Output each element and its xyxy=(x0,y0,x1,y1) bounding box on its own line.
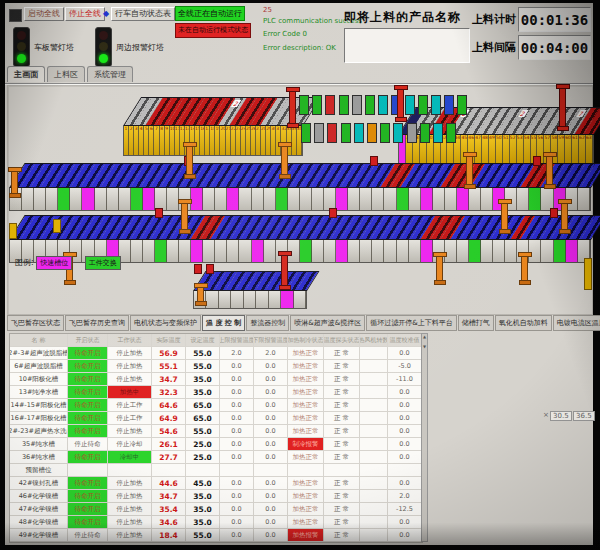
table-cell: 待命开启 xyxy=(68,490,108,503)
perimeter-alarm-light-label: 周边报警灯塔 xyxy=(116,42,164,53)
function-tab-1[interactable]: 飞巴暂存历史查询 xyxy=(65,315,129,331)
table-cell: 0.0 xyxy=(254,516,288,529)
table-cell: 6#超声波脱脂槽 xyxy=(10,360,68,373)
function-tab-6[interactable]: 循环过滤开停&上下料平台 xyxy=(366,315,456,331)
stop-line-button[interactable]: 停止全线 xyxy=(65,7,105,21)
tank-cell: 48 xyxy=(482,135,489,163)
tank-cell xyxy=(578,188,590,210)
tank-cell: 62 xyxy=(579,135,586,163)
float-value-2: 36.5 xyxy=(573,411,595,421)
equipment-icon xyxy=(312,95,322,115)
function-tab-8[interactable]: 氧化机自动加料 xyxy=(495,315,552,331)
tank-cell xyxy=(505,240,517,262)
alarm-tag-icon xyxy=(329,208,337,218)
tank-cell: 49 xyxy=(489,135,496,163)
table-cell: 0.0 xyxy=(388,425,422,438)
table-row: 2#-3#超声波脱脂槽待命开启停止加热56.955.02.02.0加热正常正 常… xyxy=(10,347,422,360)
next-product-input[interactable] xyxy=(344,28,470,63)
tank-cell xyxy=(348,188,360,210)
tank-cell xyxy=(300,188,312,210)
alarm-tag-icon xyxy=(194,264,202,274)
table-cell: 0.0 xyxy=(254,412,288,425)
table-cell: 25.0 xyxy=(186,438,220,451)
load-interval-value[interactable]: 00:04:00 xyxy=(518,35,591,60)
table-cell: 停止加热 xyxy=(108,425,152,438)
hmi-screen: 启动全线 停止全线 ◆ 行车自动状态表 全线正在自动运行 未在自动运行模式状态 … xyxy=(5,3,593,545)
table-cell: 正 常 xyxy=(324,386,360,399)
table-cell: 加热正常 xyxy=(288,386,324,399)
tank-cell xyxy=(119,188,131,210)
equipment-icon xyxy=(341,123,351,143)
gantry-crane-icon xyxy=(561,201,568,233)
table-cell: 35#纯水槽 xyxy=(10,438,68,451)
tank-cell xyxy=(324,240,336,262)
crane-auto-status-button[interactable]: 行车自动状态表 xyxy=(111,7,175,21)
table-cell: 0.0 xyxy=(388,399,422,412)
tank-cell: 53 xyxy=(517,135,524,163)
table-cell: 加热报警 xyxy=(288,529,324,542)
table-scrollbar[interactable]: ▲▼ xyxy=(421,333,428,542)
table-cell: 49#化学镍槽 xyxy=(10,529,68,542)
table-cell: 待命开启 xyxy=(68,503,108,516)
tank-cell: 52 xyxy=(510,135,517,163)
tank-cell xyxy=(457,240,469,262)
start-line-button[interactable]: 启动全线 xyxy=(24,7,64,21)
function-tab-3[interactable]: 温 度 控 制 xyxy=(202,315,245,331)
tank-cell xyxy=(529,240,541,262)
table-cell: 36#纯水槽 xyxy=(10,451,68,464)
table-row: 13#纯净水槽待命开启加热中32.335.00.00.0加热正常正 常0.0 xyxy=(10,386,422,399)
tank-cell: 47 xyxy=(475,135,482,163)
nav-tab-0[interactable]: 主画面 xyxy=(7,66,45,82)
tank-cell: 59 xyxy=(558,135,565,163)
tank-cell xyxy=(372,240,384,262)
legend-workpiece-exchange: 工件交换 xyxy=(85,256,121,270)
table-cell: 34.6 xyxy=(152,516,186,529)
tank-cell xyxy=(143,240,155,262)
table-cell xyxy=(360,399,388,412)
buffer-conveyor xyxy=(193,271,307,309)
function-tab-9[interactable]: 电镀电流区温度查询 xyxy=(553,315,600,331)
tank-cell: 60 xyxy=(565,135,572,163)
load-timer-value[interactable]: 00:01:36 xyxy=(518,7,591,32)
table-cell: 18.4 xyxy=(152,529,186,542)
gantry-crane-icon xyxy=(186,144,193,178)
nav-tab-2[interactable]: 系统管理 xyxy=(87,66,133,82)
function-tab-7[interactable]: 储槽打气 xyxy=(458,315,494,331)
function-tabs: 飞巴暂存区状态飞巴暂存历史查询电机状态与变频保护温 度 控 制整流器控制喷淋&超… xyxy=(7,315,600,331)
table-header-cell: 实际温度 xyxy=(152,334,186,347)
equipment-icon xyxy=(405,95,415,115)
table-cell: 2#-3#超声波脱脂槽 xyxy=(10,347,68,360)
tank-cell xyxy=(34,188,46,210)
equipment-icon xyxy=(299,95,309,115)
table-header-cell: 下限报警温度 xyxy=(254,334,288,347)
indicator-diamond-icon: ◆ xyxy=(103,9,109,18)
table-cell: 0.0 xyxy=(220,451,254,464)
production-line-diagram: 2123456789101112131415161718192021222324… xyxy=(7,85,593,315)
tank-cell xyxy=(179,240,191,262)
table-cell: 停止工作 xyxy=(108,399,152,412)
float-value-1: 30.5 xyxy=(550,411,572,421)
gantry-crane-icon xyxy=(197,285,204,305)
table-cell: 35.0 xyxy=(186,386,220,399)
tank-cell: 50 xyxy=(496,135,503,163)
tank-cell xyxy=(167,240,179,262)
tank-cell xyxy=(227,188,239,210)
table-header-cell: 加热制冷状态 xyxy=(288,334,324,347)
table-cell: 待命开启 xyxy=(68,412,108,425)
function-tab-5[interactable]: 喷淋&超声波&搅拌区 xyxy=(290,315,365,331)
table-cell: 0.0 xyxy=(220,360,254,373)
table-cell: 0.0 xyxy=(254,529,288,542)
table-cell: 待命开启 xyxy=(68,516,108,529)
table-cell: 26.1 xyxy=(152,438,186,451)
table-cell: 0.0 xyxy=(254,490,288,503)
tank-cell xyxy=(131,240,143,262)
table-cell: 停止加热 xyxy=(108,516,152,529)
table-cell: 65.0 xyxy=(186,399,220,412)
table-row: 36#纯水槽待命开启冷却中27.725.00.00.0加热正常正 常0.0 xyxy=(10,451,422,464)
function-tab-0[interactable]: 飞巴暂存区状态 xyxy=(7,315,64,331)
function-tab-4[interactable]: 整流器控制 xyxy=(246,315,289,331)
nav-tab-1[interactable]: 上料区 xyxy=(47,66,85,82)
table-cell: 待命开启 xyxy=(68,477,108,490)
table-cell: 65.0 xyxy=(186,412,220,425)
function-tab-2[interactable]: 电机状态与变频保护 xyxy=(130,315,201,331)
